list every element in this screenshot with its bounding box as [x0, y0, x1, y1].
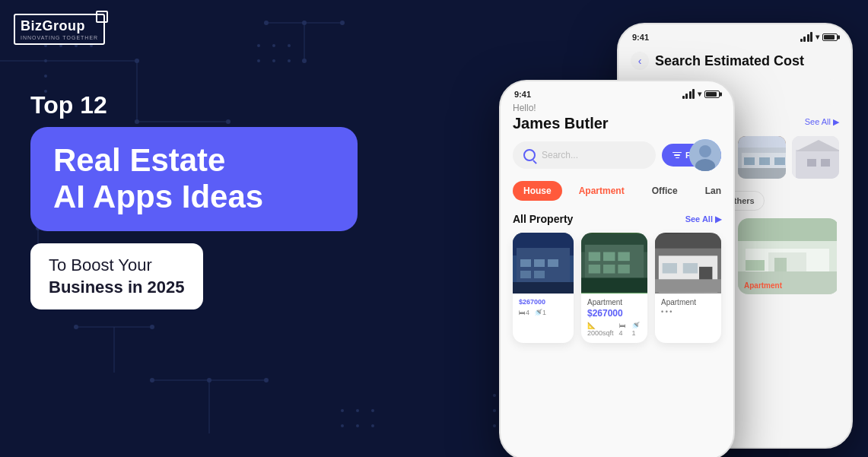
card-2-image — [581, 233, 647, 294]
svg-point-19 — [264, 378, 269, 382]
user-avatar — [689, 139, 721, 171]
filter-icon — [672, 152, 682, 159]
svg-rect-69 — [744, 157, 755, 165]
svg-rect-103 — [513, 282, 574, 294]
card-2-type: Apartment — [587, 298, 641, 306]
sub-heading-box: To Boost Your Business in 2025 — [30, 243, 203, 309]
card-3-price: • • • — [661, 308, 715, 316]
svg-point-23 — [74, 325, 78, 329]
front-time: 9:41 — [514, 90, 531, 99]
svg-point-93 — [699, 145, 711, 157]
card-3-type: Apartment — [661, 298, 715, 306]
property-card-1: $267000 🛏4🚿1 — [513, 233, 574, 343]
all-property-see-all[interactable]: See All ▶ — [685, 214, 721, 224]
left-content: Top 12 Real Estate AI Apps Ideas To Boos… — [30, 91, 358, 309]
main-heading-line2: AI Apps Ideas — [53, 179, 263, 214]
logo-tagline: INNOVATING TOGETHER — [21, 35, 98, 40]
svg-rect-73 — [796, 150, 840, 179]
back-button[interactable]: ‹ — [631, 52, 649, 70]
back-time: 9:41 — [632, 33, 649, 42]
card-2-info: Apartment $267000 📐2000sqft 🛏4 🚿1 — [581, 294, 647, 343]
svg-rect-107 — [589, 252, 600, 262]
front-phone-content: Hello! James Butler Search... Filters Ho… — [501, 103, 733, 343]
front-status-bar: 9:41 ▾ — [501, 81, 733, 103]
wifi-icon: ▾ — [816, 33, 819, 41]
svg-rect-102 — [534, 271, 545, 278]
card-2-meta: 📐2000sqft 🛏4 🚿1 — [587, 322, 641, 337]
svg-rect-70 — [759, 157, 770, 165]
svg-rect-112 — [618, 265, 629, 274]
top-number: Top 12 — [30, 91, 358, 119]
tab-land[interactable]: Land — [695, 181, 721, 201]
greeting-text: Hello! — [513, 103, 721, 113]
svg-rect-75 — [807, 159, 816, 167]
svg-point-35 — [493, 409, 496, 412]
signal-icon — [800, 32, 813, 42]
house-thumb-3 — [738, 136, 786, 179]
tab-office[interactable]: Office — [641, 181, 688, 201]
card-1-price: $267000 — [519, 298, 568, 306]
main-heading-box: Real Estate AI Apps Ideas — [30, 127, 358, 231]
property-cards: $267000 🛏4🚿1 — [513, 233, 721, 343]
tab-house[interactable]: House — [513, 181, 562, 201]
svg-point-40 — [341, 409, 344, 412]
back-prop-img-2: Apartment — [738, 218, 839, 294]
svg-rect-120 — [655, 279, 721, 292]
search-ec-header: ‹ Search Estimated Cost — [618, 46, 851, 79]
svg-rect-99 — [534, 259, 545, 267]
all-property-header: All Property See All ▶ — [513, 213, 721, 225]
property-card-3: Apartment • • • — [655, 233, 721, 343]
search-input[interactable]: Search... — [513, 141, 656, 169]
card-1-meta: 🛏4🚿1 — [519, 309, 568, 316]
user-name: James Butler — [513, 115, 721, 132]
svg-rect-109 — [618, 252, 629, 262]
svg-point-42 — [371, 409, 374, 412]
card-3-image — [655, 233, 721, 294]
sub-heading: To Boost Your Business in 2025 — [49, 254, 185, 299]
svg-point-29 — [44, 59, 47, 62]
search-icon — [523, 149, 536, 161]
svg-point-38 — [493, 424, 496, 427]
sub-heading-line2: Business in 2025 — [49, 278, 185, 297]
property-card-2: Apartment $267000 📐2000sqft 🛏4 🚿1 — [581, 233, 647, 343]
svg-point-44 — [356, 424, 359, 427]
svg-rect-71 — [774, 157, 785, 165]
svg-rect-76 — [821, 159, 830, 167]
svg-point-20 — [207, 378, 211, 382]
card-1-image — [513, 233, 574, 294]
svg-rect-100 — [548, 259, 558, 267]
svg-rect-111 — [603, 265, 615, 274]
svg-rect-110 — [589, 265, 600, 274]
all-property-title: All Property — [513, 213, 573, 225]
card-3-info: Apartment • • • — [655, 294, 721, 325]
svg-point-14 — [340, 21, 345, 25]
logo-text: BizGroup — [21, 18, 98, 34]
svg-point-13 — [302, 21, 307, 25]
svg-point-47 — [272, 44, 275, 47]
back-status-bar: 9:41 ▾ — [618, 24, 851, 46]
houses-see-all[interactable]: See All ▶ — [805, 117, 839, 127]
svg-point-41 — [356, 409, 359, 412]
svg-point-49 — [257, 59, 260, 62]
search-ec-title: Search Estimated Cost — [655, 53, 804, 69]
sub-heading-line1: To Boost Your — [49, 255, 152, 275]
tab-apartment[interactable]: Apartment — [568, 181, 635, 201]
house-thumb-4 — [792, 136, 840, 179]
svg-point-32 — [493, 394, 496, 397]
svg-point-24 — [150, 325, 154, 329]
svg-rect-101 — [520, 271, 531, 278]
logo-box: BizGroup INNOVATING TOGETHER — [14, 14, 105, 45]
svg-point-50 — [272, 59, 275, 62]
svg-point-43 — [341, 424, 344, 427]
svg-rect-118 — [683, 263, 698, 274]
svg-rect-119 — [699, 267, 712, 280]
svg-point-30 — [44, 75, 47, 78]
svg-rect-68 — [738, 168, 786, 179]
svg-point-45 — [371, 424, 374, 427]
svg-point-3 — [135, 59, 139, 63]
svg-rect-98 — [520, 259, 531, 267]
svg-rect-90 — [746, 260, 765, 271]
main-heading-line1: Real Estate — [53, 142, 225, 178]
search-placeholder: Search... — [542, 150, 578, 160]
back-prop-card-2: Apartment — [738, 218, 839, 294]
